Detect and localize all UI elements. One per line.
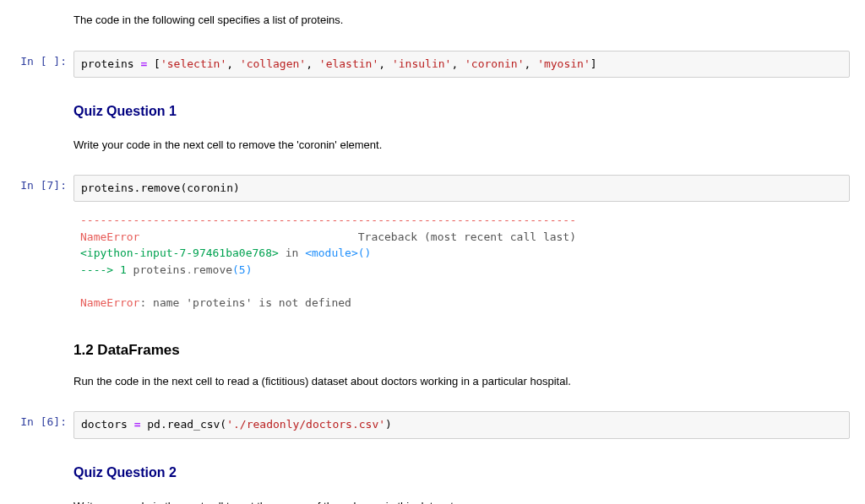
intro-text: The code in the following cell specifies… — [73, 12, 858, 29]
cell-body: proteins = ['selectin', 'collagen', 'ela… — [73, 51, 865, 78]
code-input[interactable]: proteins = ['selectin', 'collagen', 'ela… — [73, 51, 850, 78]
quiz1-title: Quiz Question 1 — [73, 101, 858, 122]
markdown-body: Quiz Question 1 Write your code in the n… — [73, 81, 865, 172]
output-cell-1: ----------------------------------------… — [0, 205, 865, 317]
section-title: 1.2 DataFrames — [73, 339, 858, 361]
prompt-empty — [0, 0, 73, 19]
prompt-empty — [0, 321, 73, 339]
markdown-cell-quiz1: Quiz Question 1 Write your code in the n… — [0, 81, 865, 172]
section-text: Run the code in the next cell to read a … — [73, 373, 858, 390]
markdown-cell-section: 1.2 DataFrames Run the code in the next … — [0, 321, 865, 408]
code-cell-1[interactable]: In [ ]: proteins = ['selectin', 'collage… — [0, 51, 865, 78]
quiz2-title: Quiz Question 2 — [73, 463, 858, 483]
notebook: The code in the following cell specifies… — [0, 0, 865, 504]
cell-prompt: In [ ]: — [0, 51, 73, 69]
error-output: ----------------------------------------… — [73, 205, 850, 317]
code-cell-2[interactable]: In [7]: proteins.remove(coronin) — [0, 175, 865, 202]
code-input[interactable]: doctors = pd.read_csv('./readonly/doctor… — [73, 411, 850, 438]
quiz1-text: Write your code in the next cell to remo… — [73, 137, 858, 154]
markdown-cell-quiz2: Quiz Question 2 Write your code in the n… — [0, 442, 865, 504]
cell-prompt: In [6]: — [0, 411, 73, 430]
markdown-body: The code in the following cell specifies… — [73, 0, 865, 47]
prompt-empty — [0, 205, 73, 224]
quiz2-text: Write your code in the next cell to get … — [73, 498, 858, 504]
markdown-body: 1.2 DataFrames Run the code in the next … — [73, 321, 865, 408]
output-body: ----------------------------------------… — [73, 205, 865, 317]
code-cell-3[interactable]: In [6]: doctors = pd.read_csv('./readonl… — [0, 411, 865, 438]
prompt-empty — [0, 81, 73, 100]
code-input[interactable]: proteins.remove(coronin) — [73, 175, 850, 202]
cell-prompt: In [7]: — [0, 175, 73, 193]
markdown-cell-intro: The code in the following cell specifies… — [0, 0, 865, 47]
cell-body: proteins.remove(coronin) — [73, 175, 865, 202]
prompt-empty — [0, 442, 73, 461]
markdown-body: Quiz Question 2 Write your code in the n… — [73, 442, 865, 504]
cell-body: doctors = pd.read_csv('./readonly/doctor… — [73, 411, 865, 438]
